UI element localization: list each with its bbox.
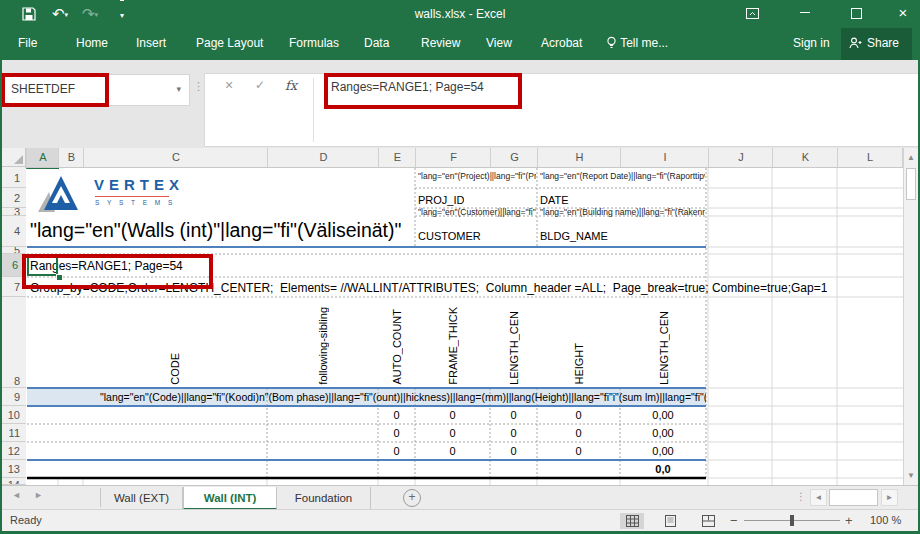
- cell-E8[interactable]: AUTO_COUNT: [378, 299, 415, 385]
- scroll-up-icon[interactable]: ▲: [904, 153, 918, 162]
- cell-F1[interactable]: "lang="en"(Project)||lang="fi"(Pro: [418, 171, 536, 181]
- cell-I11[interactable]: 0,00: [620, 424, 706, 442]
- view-page-layout-icon[interactable]: [658, 513, 682, 529]
- annotation-box-formula: [324, 73, 522, 109]
- cell-I8[interactable]: LENGTH_CEN: [620, 299, 708, 385]
- scroll-down-icon[interactable]: ▼: [904, 471, 918, 480]
- sheet-tab-wall-int[interactable]: Wall (INT): [183, 487, 277, 510]
- cell-E12[interactable]: 0: [378, 442, 415, 460]
- tab-scroll-splitter[interactable]: ⋮: [796, 491, 806, 502]
- sheet-nav-next-icon[interactable]: ►: [34, 490, 43, 500]
- zoom-level-label[interactable]: 100 %: [870, 514, 901, 526]
- vertex-logo-triangle-icon: [36, 172, 90, 214]
- cell-I12[interactable]: 0,00: [620, 442, 706, 460]
- rotated-header-length-cen-2: LENGTH_CEN: [658, 311, 670, 385]
- cell-F2[interactable]: PROJ_ID: [418, 194, 464, 206]
- vertex-logo-subtitle: S Y S T E M S: [95, 199, 175, 206]
- cell-H3[interactable]: "lang="en"(Building name)||lang="fi"(Rak…: [540, 207, 705, 217]
- cell-F10[interactable]: 0: [415, 406, 490, 424]
- cell-C8[interactable]: CODE: [83, 299, 267, 385]
- vertex-logo: VERTEX S Y S T E M S: [36, 172, 236, 214]
- cell-G11[interactable]: 0: [490, 424, 537, 442]
- rotated-header-code: CODE: [169, 353, 181, 385]
- view-page-break-icon[interactable]: [696, 513, 720, 529]
- cell-F12[interactable]: 0: [415, 442, 490, 460]
- cell-H4[interactable]: BLDG_NAME: [540, 230, 608, 242]
- cell-F4[interactable]: CUSTOMER: [418, 230, 481, 242]
- rotated-header-frame-thick: FRAME_THICK: [447, 307, 459, 385]
- zoom-slider-handle[interactable]: [790, 515, 794, 526]
- cell-G10[interactable]: 0: [490, 406, 537, 424]
- vertical-scroll-thumb[interactable]: [906, 168, 916, 200]
- status-bar: Ready − + 100 %: [0, 509, 920, 532]
- status-ready-label: Ready: [10, 514, 42, 526]
- hscroll-right-icon[interactable]: ►: [881, 489, 898, 506]
- cell-H1[interactable]: "lang="en"(Report Date)||lang="fi"(Rapor…: [540, 171, 705, 181]
- sheet-tab-strip: ◄ ► Wall (EXT) Wall (INT) Foundation + ⋮…: [0, 485, 920, 509]
- cell-H8[interactable]: HEIGHT: [537, 299, 620, 385]
- annotation-box-namebox: [1, 73, 109, 107]
- zoom-out-icon[interactable]: −: [730, 513, 738, 528]
- annotation-box-a6: [22, 254, 213, 289]
- vertical-scrollbar[interactable]: ▲ ▼: [903, 148, 918, 485]
- sheet-nav-prev-icon[interactable]: ◄: [12, 490, 21, 500]
- view-normal-icon[interactable]: [620, 513, 644, 529]
- vertex-logo-rule: [95, 196, 169, 197]
- cell-H2[interactable]: DATE: [540, 194, 569, 206]
- horizontal-scroll-thumb[interactable]: [829, 489, 878, 506]
- cell-F8[interactable]: FRAME_THICK: [415, 299, 490, 385]
- cell-F3[interactable]: "lang="en"(Customer)||lang="fi"(: [418, 207, 536, 217]
- rotated-header-auto-count: AUTO_COUNT: [391, 309, 403, 385]
- rotated-header-following-sibling: following-sibling: [317, 307, 329, 385]
- cell-E10[interactable]: 0: [378, 406, 415, 424]
- new-sheet-button[interactable]: +: [403, 489, 421, 507]
- cell-E11[interactable]: 0: [378, 424, 415, 442]
- vertex-logo-brand: VERTEX: [94, 176, 184, 193]
- window-edge-left: [0, 28, 2, 534]
- hscroll-left-icon[interactable]: ◄: [810, 489, 827, 506]
- zoom-in-icon[interactable]: +: [845, 513, 853, 528]
- rotated-header-height: HEIGHT: [573, 343, 585, 385]
- rotated-header-length-cen-1: LENGTH_CEN: [508, 311, 520, 385]
- cell-I13-total[interactable]: 0,0: [620, 460, 706, 478]
- cell-H11[interactable]: 0: [537, 424, 620, 442]
- cell-G8[interactable]: LENGTH_CEN: [490, 299, 537, 385]
- row9-header-text[interactable]: "lang="en"(Code)||lang="fi"(Koodi)n"(Bom…: [100, 391, 706, 403]
- cell-A4-title[interactable]: "lang="en"(Walls (int)"|lang="fi"(Välise…: [30, 219, 401, 242]
- cell-H10[interactable]: 0: [537, 406, 620, 424]
- cell-I10[interactable]: 0,00: [620, 406, 706, 424]
- cell-F11[interactable]: 0: [415, 424, 490, 442]
- sheet-tab-foundation[interactable]: Foundation: [277, 487, 371, 510]
- sheet-tab-wall-ext[interactable]: Wall (EXT): [101, 487, 183, 510]
- cell-H12[interactable]: 0: [537, 442, 620, 460]
- excel-window: ↶▾ ↷▾ ▾ walls.xlsx - Excel × File Home I…: [0, 0, 920, 534]
- cell-D8[interactable]: following-sibling: [267, 299, 378, 385]
- cell-G12[interactable]: 0: [490, 442, 537, 460]
